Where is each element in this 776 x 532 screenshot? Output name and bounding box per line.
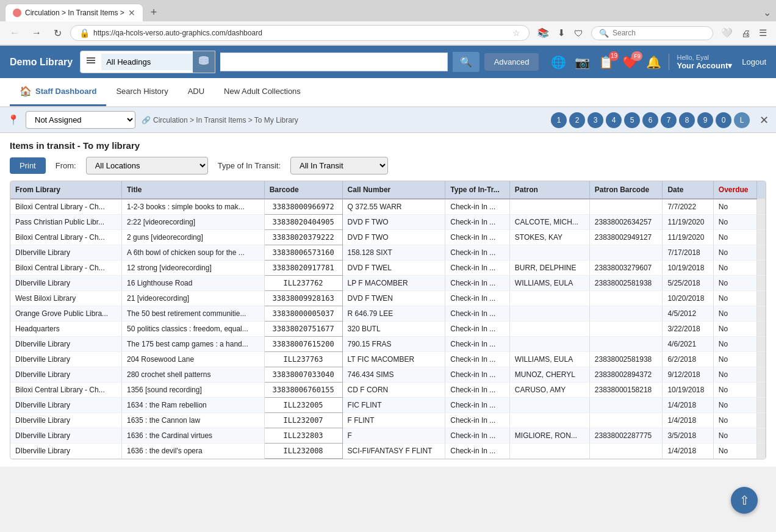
- cell-date: 9/12/2018: [663, 367, 713, 383]
- col-patron[interactable]: Patron: [509, 181, 589, 199]
- table-row[interactable]: Headquarters 50 politics classics : free…: [10, 322, 766, 337]
- page-4[interactable]: 4: [606, 112, 622, 128]
- location-select[interactable]: Not Assigned Main Library Branch 1: [26, 111, 135, 129]
- table-row[interactable]: Pass Christian Public Libr... 2:22 [vide…: [10, 215, 766, 230]
- cell-barcode: 33838000966972: [264, 199, 342, 215]
- transit-type-select[interactable]: All In Transit Check-in In Transit Hold …: [290, 157, 388, 174]
- table-row[interactable]: Biloxi Central Library - Ch... 12 strong…: [10, 261, 766, 276]
- col-date[interactable]: Date: [663, 181, 713, 199]
- col-title[interactable]: Title: [122, 181, 265, 199]
- cell-patron-barcode: [589, 306, 663, 322]
- star-icon[interactable]: ☆: [512, 28, 520, 38]
- forward-button[interactable]: →: [28, 26, 45, 40]
- page-6[interactable]: 6: [642, 112, 658, 128]
- col-overdue[interactable]: Overdue: [713, 181, 756, 199]
- table-row[interactable]: DIberville Library 1636 : the devil's op…: [10, 444, 766, 459]
- table-row[interactable]: Biloxi Central Library - Ch... 1-2-3 boo…: [10, 199, 766, 215]
- refresh-button[interactable]: ↻: [50, 26, 65, 40]
- cell-from-library: DIberville Library: [10, 276, 122, 291]
- browser-search-input[interactable]: [613, 29, 686, 37]
- table-row[interactable]: DIberville Library 1635 : the Cannon law…: [10, 413, 766, 428]
- table-row[interactable]: Orange Grove Public Libra... The 50 best…: [10, 306, 766, 322]
- tab-close-button[interactable]: ✕: [128, 8, 135, 18]
- page-1[interactable]: 1: [551, 112, 567, 128]
- user-account-link[interactable]: Your Account▾: [677, 61, 732, 70]
- sidebar-item-search-history[interactable]: Search History: [106, 79, 178, 105]
- col-type-in-transit[interactable]: Type of In-Tr...: [445, 181, 510, 199]
- search-go-button[interactable]: 🔍: [453, 52, 480, 72]
- page-9[interactable]: 9: [697, 112, 713, 128]
- table-row[interactable]: DIberville Library 1634 : the Ram rebell…: [10, 398, 766, 413]
- new-tab-button[interactable]: +: [146, 5, 162, 20]
- page-0[interactable]: 0: [716, 112, 731, 128]
- search-type-select[interactable]: All Headings Title Author Subject Keywor…: [101, 54, 193, 70]
- svg-rect-0: [87, 57, 95, 59]
- cell-patron: MIGLIORE, RON...: [509, 428, 589, 444]
- list-icon[interactable]: 📋 19: [598, 55, 614, 70]
- from-locations-select[interactable]: All Locations Biloxi Central Library DIb…: [86, 157, 208, 174]
- page-7[interactable]: 7: [661, 112, 677, 128]
- cell-patron: [509, 444, 589, 459]
- cell-patron-barcode: [589, 199, 663, 215]
- cell-patron: [509, 322, 589, 337]
- back-button[interactable]: ←: [6, 26, 23, 40]
- heart-badge: F9: [631, 51, 642, 61]
- table-row[interactable]: DIberville Library 1636 : the Cardinal v…: [10, 428, 766, 444]
- heart-icon[interactable]: ❤️ F9: [622, 55, 638, 70]
- page-8[interactable]: 8: [679, 112, 695, 128]
- user-section[interactable]: Hello, Eyal Your Account▾: [677, 54, 732, 70]
- print-browser-button[interactable]: 🖨: [738, 26, 753, 40]
- print-button[interactable]: Print: [10, 157, 46, 174]
- cell-patron: WILLIAMS, EULA: [509, 276, 589, 291]
- url-bar[interactable]: 🔒 https://qa-hcols-verso.auto-graphics.c…: [70, 25, 530, 41]
- cell-patron-barcode: [589, 398, 663, 413]
- table-row[interactable]: DIberville Library The 175 best camp gam…: [10, 337, 766, 352]
- cell-title: 21 [videorecording]: [122, 291, 265, 306]
- location-bar-close-button[interactable]: ✕: [760, 113, 769, 127]
- cell-patron-barcode: 23838002949127: [589, 230, 663, 245]
- svg-rect-1: [87, 60, 95, 61]
- database-icon[interactable]: [193, 51, 215, 73]
- bookmark-button[interactable]: 📚: [534, 26, 552, 40]
- page-5[interactable]: 5: [624, 112, 640, 128]
- table-row[interactable]: DIberville Library 280 crochet shell pat…: [10, 367, 766, 383]
- page-3[interactable]: 3: [587, 112, 603, 128]
- home-icon: 🏠: [20, 85, 32, 97]
- bell-icon[interactable]: 🔔: [646, 55, 661, 70]
- cell-barcode: 33838020751677: [264, 322, 342, 337]
- sidebar-item-adu[interactable]: ADU: [178, 79, 214, 105]
- page-l[interactable]: L: [734, 112, 750, 128]
- col-from-library[interactable]: From Library: [10, 181, 122, 199]
- col-call-number[interactable]: Call Number: [342, 181, 445, 199]
- table-row[interactable]: DIberville Library 204 Rosewood Lane ILL…: [10, 352, 766, 367]
- downloads-button[interactable]: ⬇: [555, 26, 569, 40]
- table-row[interactable]: Biloxi Central Library - Ch... 1356 [sou…: [10, 383, 766, 398]
- shield-button[interactable]: 🛡: [571, 26, 586, 40]
- globe-icon[interactable]: 🌐: [551, 55, 566, 70]
- cell-type-in-transit: Check-in In ...: [445, 230, 510, 245]
- col-patron-barcode[interactable]: Patron Barcode: [589, 181, 663, 199]
- sidebar-item-staff-dashboard[interactable]: 🏠 Staff Dashboard: [10, 78, 106, 106]
- tab-overflow-button[interactable]: ⌄: [763, 7, 771, 18]
- col-barcode[interactable]: Barcode: [264, 181, 342, 199]
- cell-type-in-transit: Check-in In ...: [445, 261, 510, 276]
- table-row[interactable]: Biloxi Central Library - Ch... 2 guns [v…: [10, 230, 766, 245]
- table-row[interactable]: DIberville Library 16 Lighthouse Road IL…: [10, 276, 766, 291]
- browser-search-bar[interactable]: 🔍: [591, 26, 713, 40]
- cell-type-in-transit: Check-in In ...: [445, 276, 510, 291]
- cell-patron: [509, 337, 589, 352]
- menu-button[interactable]: ☰: [756, 26, 770, 40]
- heartbr-button[interactable]: 🤍: [718, 26, 736, 40]
- cell-date: 7/17/2018: [663, 245, 713, 261]
- search-input[interactable]: [220, 52, 447, 71]
- cell-overdue: No: [713, 199, 756, 215]
- camera-icon[interactable]: 📷: [575, 55, 590, 70]
- table-row[interactable]: West Biloxi Library 21 [videorecording] …: [10, 291, 766, 306]
- cell-overdue: No: [713, 245, 756, 261]
- logout-button[interactable]: Logout: [742, 57, 766, 66]
- page-2[interactable]: 2: [569, 112, 585, 128]
- table-row[interactable]: DIberville Library A 6th bowl of chicken…: [10, 245, 766, 261]
- advanced-search-button[interactable]: Advanced: [484, 53, 539, 71]
- sidebar-item-new-adult-collections[interactable]: New Adult Collections: [214, 79, 311, 105]
- active-tab[interactable]: Circulation > In Transit Items > ✕: [5, 4, 143, 21]
